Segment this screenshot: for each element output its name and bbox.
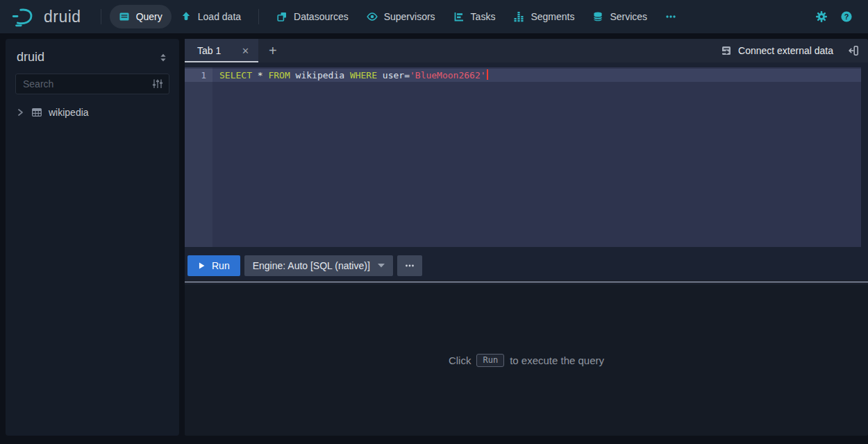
sql-code-line[interactable]: SELECT * FROM wikipedia WHERE user='Blue… [219,69,488,82]
nav-item-label: Services [610,11,647,22]
gear-icon [815,10,828,23]
druid-console: druid Query Load data Datasources [0,0,868,444]
run-hint-text: Click Run to execute the query [449,354,604,367]
play-icon [198,261,206,271]
sql-string: 'BlueMoon2662' [410,70,486,80]
run-button-label: Run [212,260,230,271]
connect-external-data-label: Connect external data [738,45,833,56]
sql-star: * [258,70,269,80]
panel-arrow-icon [848,45,859,56]
tree-item-wikipedia[interactable]: wikipedia [6,103,179,121]
run-button[interactable]: Run [187,255,240,276]
database-icon [592,11,603,22]
sql-editor[interactable]: 1 SELECT * FROM wikipedia WHERE user='Bl… [185,67,861,247]
nav-item-label: Segments [531,11,574,22]
datasource-tree: wikipedia [6,103,179,121]
nav-item-segments[interactable]: Segments [504,5,583,28]
more-dots-icon [665,11,676,22]
search-input[interactable] [16,78,152,89]
tab-1[interactable]: Tab 1 ✕ [185,39,258,62]
chevron-right-icon[interactable] [15,108,25,117]
druid-logo[interactable]: druid [10,6,81,27]
nav-item-label: Tasks [471,11,496,22]
sql-keyword: WHERE [350,70,383,80]
line-number-gutter [185,67,212,247]
settings-button[interactable] [815,10,828,23]
upload-icon [181,11,192,22]
nav-item-label: Supervisors [384,11,435,22]
panel-resize-handle[interactable] [185,280,868,284]
nav-item-services[interactable]: Services [583,5,656,28]
nav-item-label: Load data [198,11,241,22]
eye-icon [367,11,378,22]
nav-item-datasources[interactable]: Datasources [267,5,358,28]
brand-text: druid [44,8,81,26]
stacked-bars-icon [513,11,524,22]
datasources-icon [276,11,287,22]
datasource-label: wikipedia [49,107,89,118]
results-panel: Click Run to execute the query [185,284,868,436]
filter-button[interactable] [152,78,169,89]
sliders-icon [152,78,163,89]
tab-bar: Tab 1 ✕ + Connect external data [185,39,868,62]
more-dots-icon [404,260,415,271]
nav-item-query[interactable]: Query [110,5,172,28]
gantt-icon [453,11,465,22]
sql-keyword: SELECT [219,70,258,80]
double-caret-vertical-icon[interactable] [158,53,168,62]
svg-text:?: ? [844,12,849,21]
caret-down-icon [378,264,385,268]
sidebar-header: druid [6,39,179,74]
run-toolbar: Run Engine: Auto [SQL (native)] [185,251,422,280]
top-navbar: druid Query Load data Datasources [0,0,868,33]
hint-run-key: Run [476,354,504,367]
nav-item-label: Datasources [294,11,349,22]
table-derived-icon [721,45,732,56]
hint-post: to execute the query [510,355,604,366]
add-tab-button[interactable]: + [269,44,277,58]
close-tab-icon[interactable]: ✕ [242,46,249,56]
query-more-button[interactable] [397,255,422,276]
sql-identifier: user= [383,70,410,80]
datasource-sidebar: druid [6,39,179,436]
nav-item-supervisors[interactable]: Supervisors [358,5,444,28]
query-workbench: Tab 1 ✕ + Connect external data [185,39,868,436]
hint-pre: Click [449,355,471,366]
nav-item-more[interactable] [656,5,685,28]
nav-item-load-data[interactable]: Load data [172,5,250,28]
engine-select-button[interactable]: Engine: Auto [SQL (native)] [244,255,393,276]
druid-logo-icon [10,6,37,27]
tab-label: Tab 1 [197,45,221,56]
navbar-divider [258,9,259,24]
help-button[interactable]: ? [840,10,853,23]
nav-item-label: Query [136,11,162,22]
sql-identifier: wikipedia [296,70,350,80]
line-number: 1 [185,69,212,82]
connect-external-data-button[interactable]: Connect external data [721,45,833,56]
search-box [15,74,169,94]
navbar-divider [101,9,101,24]
engine-label: Engine: Auto [SQL (native)] [253,260,370,271]
navbar-right-actions: ? [815,10,858,23]
nav-item-tasks[interactable]: Tasks [444,5,505,28]
text-cursor [487,69,488,80]
help-icon: ? [840,10,853,23]
table-icon [31,107,42,118]
sql-keyword: FROM [268,70,295,80]
schema-title: druid [17,50,44,65]
open-panel-button[interactable] [848,45,859,56]
query-icon [119,11,130,22]
